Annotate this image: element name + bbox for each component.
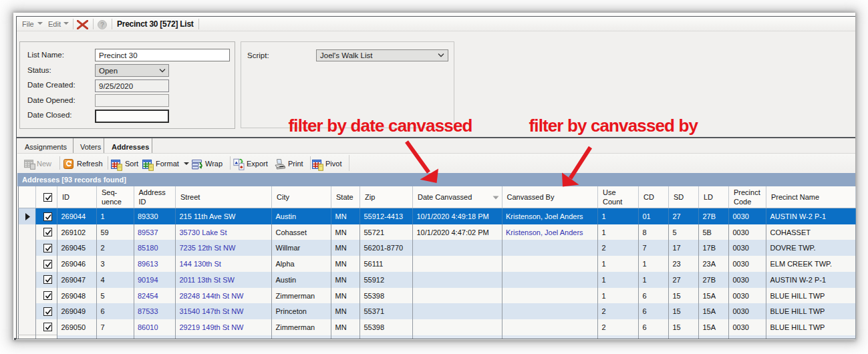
svg-text:?: ? [100,21,104,29]
